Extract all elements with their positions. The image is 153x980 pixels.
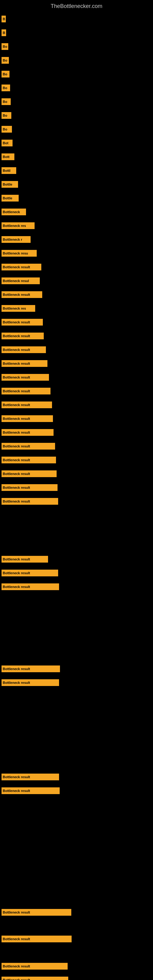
bar: Bottleneck result xyxy=(2,443,55,450)
bar-row: Bottl xyxy=(2,167,16,174)
bar-row: Bott xyxy=(2,153,14,160)
bar: Bottleneck result xyxy=(2,935,72,942)
bar: Bottleneck result xyxy=(2,484,57,491)
bar: Bottleneck result xyxy=(2,570,58,576)
bar: Bottleneck result xyxy=(2,679,59,686)
bar: Bottle xyxy=(2,181,18,188)
bar: Bo xyxy=(2,57,9,64)
bar-row: Bottleneck resul xyxy=(2,277,40,284)
bar: Bottleneck result xyxy=(2,788,60,794)
bar: Bottleneck result xyxy=(2,346,46,353)
bar: Bottleneck result xyxy=(2,457,56,463)
bar-row: Bottleneck result xyxy=(2,291,42,298)
bar: Bottleneck result xyxy=(2,332,44,339)
bar: B xyxy=(2,16,6,22)
bars-container: BBBoBoBoBoBoBoBoBotBottBottlBottleBottle… xyxy=(0,11,153,976)
bar: Bottleneck result xyxy=(2,401,52,408)
bar-row: Bottleneck result xyxy=(2,457,56,463)
bar-row: Bottleneck result xyxy=(2,388,51,395)
bar-row: Bottle xyxy=(2,195,19,202)
bar-row: Bottleneck result xyxy=(2,429,54,436)
bar-row: Bo xyxy=(2,126,12,133)
bar: Bo xyxy=(2,98,11,105)
bar-row: Bo xyxy=(2,98,11,105)
bar-row: Bo xyxy=(2,112,11,119)
bar: Bottleneck result xyxy=(2,291,42,298)
bar: Bottleneck result xyxy=(2,470,57,477)
bar-row: Bottleneck result xyxy=(2,332,44,339)
bar-row: Bottleneck result xyxy=(2,570,58,576)
bar: Bo xyxy=(2,71,10,78)
bar: Bottleneck result xyxy=(2,374,49,381)
bar-row: Bo xyxy=(2,84,10,91)
bar: Bottleneck res xyxy=(2,222,35,229)
bar: Bottleneck result xyxy=(2,498,58,505)
bar: Bo xyxy=(2,112,11,119)
bar-row: Bottleneck result xyxy=(2,556,48,563)
bar-row: Bottleneck result xyxy=(2,788,60,794)
bar-row: Bottleneck result xyxy=(2,484,57,491)
bar-row: Bottleneck result xyxy=(2,679,59,686)
bar-row: B xyxy=(2,16,6,22)
bar: Bottleneck result xyxy=(2,319,43,326)
bar: B xyxy=(2,29,6,36)
bar: Bottleneck resu xyxy=(2,250,37,257)
bar-row: Bottleneck result xyxy=(2,977,68,980)
bar: Bottleneck result xyxy=(2,963,68,970)
bar: Bottleneck res xyxy=(2,305,35,312)
bar: Bottleneck xyxy=(2,208,26,215)
bar-row: Bottleneck result xyxy=(2,346,46,353)
bar: Bo xyxy=(2,84,10,91)
bar-row: B xyxy=(2,29,6,36)
bar: Bottleneck result xyxy=(2,556,48,563)
bar-row: Bo xyxy=(2,57,9,64)
bar-row: Bottleneck result xyxy=(2,401,52,408)
bar-row: Bottleneck result xyxy=(2,470,57,477)
bar-row: Bottleneck res xyxy=(2,305,35,312)
bar-row: Bottleneck result xyxy=(2,773,59,780)
bar: Bottleneck result xyxy=(2,977,68,980)
bar-row: Bottleneck r xyxy=(2,236,30,243)
bar-row: Bottleneck result xyxy=(2,584,59,590)
bar: Bottleneck result xyxy=(2,360,48,367)
bar: Bo xyxy=(2,43,8,50)
site-title: TheBottlenecker.com xyxy=(0,0,153,11)
bar: Bottleneck r xyxy=(2,236,30,243)
bar: Bo xyxy=(2,126,12,133)
bar: Bottleneck result xyxy=(2,429,54,436)
bar-row: Bo xyxy=(2,43,8,50)
bar-row: Bottleneck result xyxy=(2,374,49,381)
bar: Bottleneck result xyxy=(2,773,59,780)
bar-row: Bottleneck result xyxy=(2,443,55,450)
bar-row: Bottleneck xyxy=(2,208,26,215)
bar-row: Bo xyxy=(2,71,10,78)
bar: Bottleneck result xyxy=(2,584,59,590)
bar: Bott xyxy=(2,153,14,160)
bar-row: Bottleneck result xyxy=(2,498,58,505)
bar-row: Bottleneck result xyxy=(2,935,72,942)
bar: Bottle xyxy=(2,195,19,202)
bar-row: Bottleneck res xyxy=(2,222,35,229)
bar: Bottleneck result xyxy=(2,415,53,422)
bar-row: Bottleneck result xyxy=(2,963,68,970)
bar: Bottleneck result xyxy=(2,909,71,916)
bar-row: Bottleneck result xyxy=(2,665,60,672)
bar: Bottl xyxy=(2,167,16,174)
bar-row: Bottleneck result xyxy=(2,415,53,422)
bar-row: Bottleneck resu xyxy=(2,250,37,257)
bar-row: Bot xyxy=(2,140,13,146)
bar-row: Bottleneck result xyxy=(2,360,48,367)
bar: Bottleneck result xyxy=(2,665,60,672)
bar-row: Bottle xyxy=(2,181,18,188)
bar-row: Bottleneck result xyxy=(2,319,43,326)
bar: Bot xyxy=(2,140,13,146)
bar: Bottleneck result xyxy=(2,388,51,395)
bar-row: Bottleneck result xyxy=(2,264,41,270)
bar-row: Bottleneck result xyxy=(2,909,71,916)
bar: Bottleneck result xyxy=(2,264,41,270)
bar: Bottleneck resul xyxy=(2,277,40,284)
